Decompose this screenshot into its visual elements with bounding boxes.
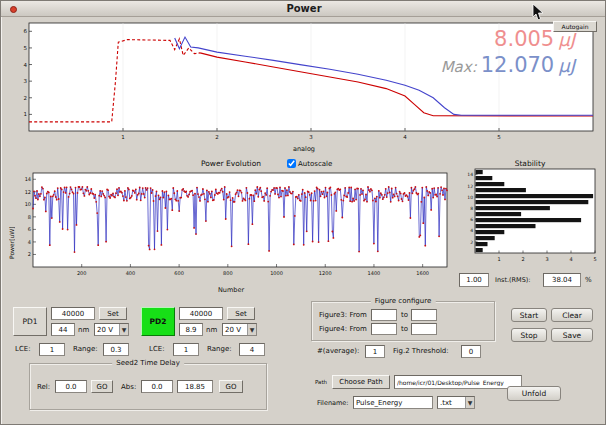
start-button[interactable]: Start bbox=[511, 308, 547, 322]
svg-text:10: 10 bbox=[25, 201, 31, 207]
pd2-set-button[interactable]: Set bbox=[227, 307, 255, 320]
lce1-input[interactable] bbox=[39, 343, 65, 356]
svg-text:2: 2 bbox=[28, 251, 31, 257]
stability-figure: Stability 123452468101214 bbox=[459, 159, 601, 271]
rel-label: Rel: bbox=[37, 383, 50, 391]
power-evolution-figure: Power Evolution Autoscale 20040060080010… bbox=[7, 159, 455, 295]
stop-button[interactable]: Stop bbox=[511, 328, 547, 342]
pd1-voltage-select[interactable]: 20 V ▼ bbox=[94, 323, 129, 336]
svg-text:4: 4 bbox=[24, 62, 28, 68]
range2-label: Range: bbox=[207, 345, 232, 353]
max-energy-unit: μJ bbox=[558, 55, 575, 76]
threshold-input[interactable] bbox=[461, 345, 481, 358]
seed2-group-title: Seed2 Time Delay bbox=[112, 359, 184, 367]
range1-input[interactable] bbox=[103, 343, 129, 356]
pd2-button[interactable]: PD2 bbox=[141, 307, 175, 336]
svg-text:5: 5 bbox=[24, 45, 28, 51]
svg-text:1: 1 bbox=[121, 134, 125, 140]
save-button[interactable]: Save bbox=[551, 328, 593, 342]
fig4-to-input[interactable] bbox=[411, 323, 437, 335]
svg-text:14: 14 bbox=[25, 176, 31, 182]
range1-label: Range: bbox=[73, 345, 98, 353]
svg-text:6: 6 bbox=[470, 217, 473, 222]
fig3-to-input[interactable] bbox=[411, 309, 437, 321]
pd1-gain-input[interactable] bbox=[51, 307, 95, 320]
svg-text:1400: 1400 bbox=[368, 270, 381, 276]
svg-text:2: 2 bbox=[470, 240, 473, 245]
scale-input[interactable] bbox=[459, 273, 489, 287]
average-label: #(average): bbox=[317, 347, 359, 355]
clear-button[interactable]: Clear bbox=[551, 308, 593, 322]
extension-value: .txt bbox=[440, 399, 452, 407]
readout-current-energy: 8.005 μJ bbox=[494, 27, 575, 51]
svg-text:8: 8 bbox=[28, 214, 31, 220]
pd2-wavelength-input[interactable] bbox=[179, 323, 203, 336]
figure-configure-title: Figure configure bbox=[371, 297, 436, 305]
abs-position-input[interactable] bbox=[177, 380, 213, 393]
path-label: Path bbox=[315, 379, 327, 385]
top-xaxis-label: analog bbox=[7, 145, 601, 153]
extension-select[interactable]: .txt ▼ bbox=[437, 396, 475, 409]
chevron-down-icon: ▼ bbox=[247, 324, 256, 335]
choose-path-button[interactable]: Choose Path bbox=[332, 375, 390, 389]
pd1-set-button[interactable]: Set bbox=[99, 307, 127, 320]
fig4-from-input[interactable] bbox=[371, 323, 397, 335]
path-input[interactable] bbox=[394, 375, 522, 389]
pd1-wavelength-input[interactable] bbox=[51, 323, 75, 336]
svg-text:1000: 1000 bbox=[270, 270, 283, 276]
svg-text:3: 3 bbox=[24, 78, 28, 84]
max-energy-value: 12.070 bbox=[481, 53, 554, 77]
fig3-to-label: to bbox=[401, 311, 408, 319]
pd2-voltage-value: 20 V bbox=[225, 326, 241, 334]
svg-text:4: 4 bbox=[403, 134, 407, 140]
lce2-label: LCE: bbox=[149, 345, 165, 353]
pd1-voltage-value: 20 V bbox=[97, 326, 113, 334]
svg-text:12: 12 bbox=[467, 184, 473, 189]
svg-text:2: 2 bbox=[24, 95, 28, 101]
svg-text:4: 4 bbox=[28, 239, 31, 245]
current-energy-unit: μJ bbox=[558, 29, 575, 50]
svg-text:6: 6 bbox=[28, 226, 31, 232]
lce1-label: LCE: bbox=[15, 345, 31, 353]
svg-text:200: 200 bbox=[77, 270, 87, 276]
filename-label: Filename: bbox=[317, 399, 349, 407]
max-label: Max: bbox=[441, 58, 477, 76]
pd1-button[interactable]: PD1 bbox=[13, 307, 47, 336]
titlebar: Power bbox=[1, 1, 606, 17]
svg-text:2: 2 bbox=[521, 256, 524, 262]
pd2-voltage-select[interactable]: 20 V ▼ bbox=[222, 323, 257, 336]
pd2-gain-input[interactable] bbox=[179, 307, 223, 320]
svg-text:1200: 1200 bbox=[319, 270, 332, 276]
rel-delay-input[interactable] bbox=[55, 380, 87, 393]
svg-text:4: 4 bbox=[569, 256, 572, 262]
threshold-label: Fig.2 Threshold: bbox=[393, 347, 449, 355]
range2-input[interactable] bbox=[239, 343, 265, 356]
rms-value-input[interactable] bbox=[543, 273, 581, 287]
svg-text:600: 600 bbox=[174, 270, 184, 276]
abs-delay-input[interactable] bbox=[141, 380, 173, 393]
abs-label: Abs: bbox=[121, 383, 136, 391]
abs-go-button[interactable]: GO bbox=[219, 380, 243, 393]
svg-text:1: 1 bbox=[497, 256, 500, 262]
average-input[interactable] bbox=[365, 345, 385, 358]
fig4-to-label: to bbox=[401, 325, 408, 333]
unfold-button[interactable]: Unfold bbox=[507, 386, 561, 401]
svg-text:6: 6 bbox=[24, 28, 28, 34]
filename-input[interactable] bbox=[353, 396, 433, 409]
svg-text:12: 12 bbox=[25, 189, 31, 195]
svg-text:1600: 1600 bbox=[416, 270, 429, 276]
rel-go-button[interactable]: GO bbox=[91, 380, 113, 393]
svg-text:14: 14 bbox=[467, 172, 473, 177]
record-indicator-icon bbox=[10, 6, 17, 13]
top-power-figure: 12345123456 analog Autogain 8.005 μJ Max… bbox=[7, 19, 601, 157]
pd2-nm-label: nm bbox=[206, 326, 217, 334]
svg-text:2: 2 bbox=[215, 134, 219, 140]
svg-text:800: 800 bbox=[223, 270, 233, 276]
svg-text:3: 3 bbox=[309, 134, 313, 140]
svg-text:5: 5 bbox=[497, 134, 501, 140]
svg-text:5: 5 bbox=[593, 256, 596, 262]
svg-text:400: 400 bbox=[126, 270, 136, 276]
fig3-from-input[interactable] bbox=[371, 309, 397, 321]
lce2-input[interactable] bbox=[173, 343, 199, 356]
readout-max-energy: Max: 12.070 μJ bbox=[441, 53, 575, 77]
